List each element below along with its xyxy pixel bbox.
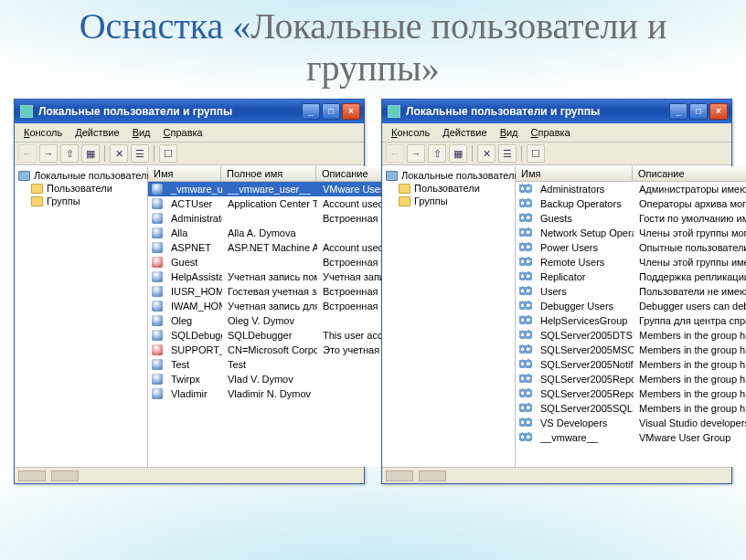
minimize-button[interactable]: _	[302, 103, 320, 120]
cell-name: IUSR_HOME	[165, 286, 222, 297]
cell-name: Administrators	[535, 184, 634, 195]
refresh-button[interactable]: ☐	[527, 144, 545, 163]
cell-fullname: Учетная запись для зап…	[222, 301, 317, 312]
group-row[interactable]: UsersПользователи не имеют прав на и…	[516, 284, 746, 299]
group-row[interactable]: Backup OperatorsОператоры архива могут п…	[516, 196, 746, 211]
window-title: Локальные пользователи и группы	[38, 105, 296, 118]
group-row[interactable]: Debugger UsersDebugger users can debug p…	[516, 299, 746, 313]
maximize-button[interactable]: □	[322, 103, 340, 120]
group-icon	[519, 417, 532, 428]
group-row[interactable]: AdministratorsАдминистраторы имеют полны…	[516, 182, 746, 196]
menu-action[interactable]: Действие	[437, 125, 492, 140]
menu-help[interactable]: Справка	[158, 125, 208, 140]
folder-icon	[399, 196, 410, 206]
group-row[interactable]: ReplicatorПоддержка репликации файлов в …	[516, 269, 746, 284]
col-fullname[interactable]: Полное имя	[221, 166, 316, 181]
back-button[interactable]: ←	[386, 144, 404, 163]
group-icon	[519, 315, 532, 326]
tree-root[interactable]: Локальные пользователи и группы (лок	[384, 169, 513, 182]
group-icon	[519, 271, 532, 282]
group-icon	[519, 359, 532, 370]
maximize-button[interactable]: □	[689, 103, 708, 120]
user-icon	[152, 344, 163, 355]
refresh-button[interactable]: ☐	[159, 144, 177, 163]
cell-desc: Члены этой группы могут иметь н…	[634, 227, 746, 238]
tree-users[interactable]: Пользователи	[384, 182, 513, 195]
close-button[interactable]: ×	[342, 103, 360, 120]
cell-desc: Debugger users can debug processe…	[634, 301, 746, 312]
group-row[interactable]: Network Setup OperatorsЧлены этой группы…	[516, 226, 746, 240]
titlebar[interactable]: Локальные пользователи и группы _ □ ×	[15, 100, 364, 123]
cell-desc: VMware User Group	[634, 432, 746, 443]
group-row[interactable]: SQLServer2005MSOLAPUser$VL…Members in th…	[516, 343, 746, 357]
group-icon	[519, 388, 532, 399]
cell-name: ACTUser	[165, 198, 222, 209]
properties-button[interactable]: ☰	[131, 144, 149, 163]
cell-desc: Гости по умолчанию имеют те же …	[634, 213, 746, 224]
cell-name: Guests	[535, 213, 634, 224]
group-row[interactable]: __vmware__VMware User Group	[516, 430, 746, 445]
group-row[interactable]: Remote UsersЧлены этой группы имеют прав…	[516, 255, 746, 269]
tree-panel: Локальные пользователи и группы (лок Пол…	[15, 166, 148, 467]
menu-view[interactable]: Вид	[127, 125, 156, 140]
back-button[interactable]: ←	[18, 144, 37, 163]
group-row[interactable]: GuestsГости по умолчанию имеют те же …	[516, 211, 746, 226]
cell-fullname: SQLDebugger	[222, 330, 317, 341]
cell-name: Test	[165, 359, 222, 370]
tree-root[interactable]: Локальные пользователи и группы (лок	[16, 169, 145, 182]
toolbar: ← → ⇧ ▦ ✕ ☰ ☐	[382, 143, 731, 165]
forward-button[interactable]: →	[407, 144, 425, 163]
menu-help[interactable]: Справка	[526, 125, 576, 140]
group-row[interactable]: HelpServicesGroupГруппа для центра справ…	[516, 313, 746, 328]
group-row[interactable]: SQLServer2005ReportServerUse…Members in …	[516, 386, 746, 401]
props-button[interactable]: ▦	[449, 144, 467, 163]
col-name[interactable]: Имя	[148, 166, 221, 181]
group-icon	[519, 330, 532, 341]
titlebar[interactable]: Локальные пользователи и группы _ □ ×	[382, 100, 731, 123]
up-button[interactable]: ⇧	[428, 144, 446, 163]
user-icon	[152, 301, 163, 312]
cell-desc: Пользователи не имеют прав на и…	[634, 286, 746, 297]
menu-console[interactable]: Консоль	[18, 125, 68, 140]
folder-icon	[31, 196, 43, 206]
cell-fullname: __vmware_user__	[222, 184, 317, 195]
tree-groups[interactable]: Группы	[384, 195, 513, 207]
up-button[interactable]: ⇧	[60, 144, 79, 163]
cell-name: ASPNET	[165, 242, 222, 253]
properties-button[interactable]: ☰	[498, 144, 517, 163]
group-row[interactable]: SQLServer2005DTSUser$VLAD_PCMembers in t…	[516, 328, 746, 343]
col-desc[interactable]: Описание	[633, 166, 746, 181]
cell-desc: Администраторы имеют полные, …	[634, 184, 746, 195]
delete-button[interactable]: ✕	[477, 144, 496, 163]
cell-name: Power Users	[535, 242, 634, 253]
cell-desc: Члены этой группы имеют право …	[634, 257, 746, 268]
tree-users[interactable]: Пользователи	[16, 182, 145, 195]
tree-groups[interactable]: Группы	[16, 195, 145, 207]
col-name[interactable]: Имя	[516, 166, 633, 181]
minimize-button[interactable]: _	[669, 103, 687, 120]
folder-icon	[399, 184, 410, 194]
cell-desc: Visual Studio developers can author …	[634, 417, 746, 428]
cell-name: SQLServer2005MSOLAPUser$VL…	[535, 344, 634, 355]
cell-desc: Members in the group have the requ…	[634, 403, 746, 414]
forward-button[interactable]: →	[39, 144, 58, 163]
menu-view[interactable]: Вид	[495, 125, 524, 140]
menu-console[interactable]: Консоль	[386, 125, 435, 140]
group-row[interactable]: SQLServer2005SQLBrowserUser…Members in t…	[516, 401, 746, 416]
group-row[interactable]: SQLServer2005ReportingService…Members in…	[516, 372, 746, 386]
cell-name: SQLServer2005NotificationServic…	[535, 359, 634, 370]
user-icon	[152, 359, 163, 370]
props-button[interactable]: ▦	[81, 144, 100, 163]
delete-button[interactable]: ✕	[110, 144, 128, 163]
cell-name: __vmware__	[535, 432, 634, 443]
close-button[interactable]: ×	[709, 103, 728, 120]
group-row[interactable]: SQLServer2005NotificationServic…Members …	[516, 357, 746, 372]
cell-name: SQLDebugger	[165, 330, 222, 341]
group-row[interactable]: Power UsersОпытные пользователи обладаю…	[516, 240, 746, 255]
toolbar-sep	[472, 145, 473, 162]
menu-action[interactable]: Действие	[69, 125, 124, 140]
menu-bar: Консоль Действие Вид Справка	[382, 123, 731, 143]
statusbar	[15, 467, 364, 483]
group-row[interactable]: VS DevelopersVisual Studio developers ca…	[516, 416, 746, 430]
status-chunk	[419, 470, 446, 481]
